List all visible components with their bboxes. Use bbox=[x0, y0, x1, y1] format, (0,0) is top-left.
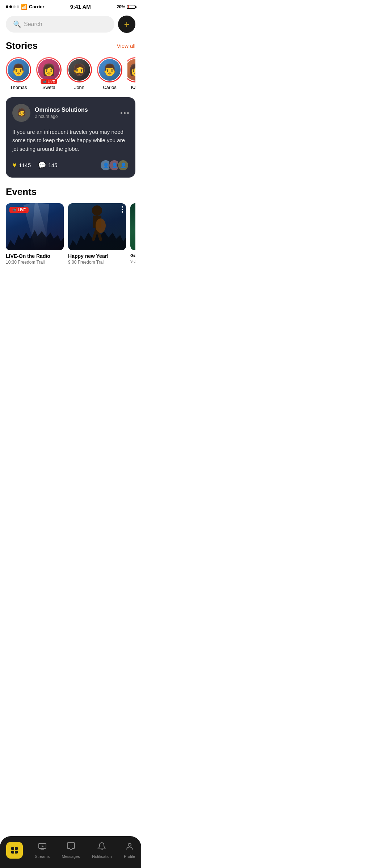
search-bar[interactable]: 🔍 Search bbox=[6, 16, 114, 33]
carrier-label: Carrier bbox=[29, 4, 45, 9]
battery-icon bbox=[127, 5, 135, 9]
search-icon: 🔍 bbox=[13, 20, 21, 28]
story-avatar-thomas: 👨 bbox=[6, 57, 31, 82]
status-time: 9:41 AM bbox=[70, 4, 91, 10]
event-title-1: LIVE-On the Radio bbox=[6, 253, 64, 259]
search-placeholder: Search bbox=[24, 21, 42, 27]
stories-list: 👨 Thomas 👩 📹 LIVE Sweta bbox=[6, 57, 135, 90]
search-section: 🔍 Search + bbox=[0, 11, 141, 37]
like-count: 1145 bbox=[19, 162, 31, 168]
post-card: 🧔 Omninos Solutions 2 hours ago If you a… bbox=[6, 97, 135, 178]
live-badge: 📹 LIVE bbox=[41, 79, 57, 84]
event-card-partial[interactable]: Google 9:00 Freed... bbox=[130, 203, 135, 265]
event-menu[interactable] bbox=[122, 206, 123, 213]
story-item[interactable]: 🧔 John bbox=[67, 57, 92, 90]
status-bar: 📶 Carrier 9:41 AM 20% bbox=[0, 0, 141, 11]
events-list: 📹 LIVE LIVE-On the Radio 10:30 Freedom T… bbox=[6, 203, 135, 265]
story-item[interactable]: 👩 Kalp bbox=[127, 57, 135, 90]
event-time-2: 9:00 Freedom Trail bbox=[68, 260, 126, 265]
event-live-badge: 📹 LIVE bbox=[9, 207, 29, 213]
wifi-icon: 📶 bbox=[21, 4, 27, 10]
events-title: Events bbox=[6, 186, 37, 197]
story-name-sweta: Sweta bbox=[42, 85, 55, 90]
post-text: If you are an infrequent traveler you ma… bbox=[12, 128, 129, 153]
signal-strength bbox=[6, 5, 19, 8]
story-avatar-kalp: 👩 bbox=[127, 57, 135, 82]
stories-section: Stories View all 👨 Thomas 👩 bbox=[0, 37, 141, 90]
story-name-john: John bbox=[74, 85, 84, 90]
heart-icon: ♥ bbox=[12, 161, 17, 169]
event-time-3: 9:00 Freed... bbox=[130, 259, 135, 263]
event-image-1: 📹 LIVE bbox=[6, 203, 64, 250]
status-left: 📶 Carrier bbox=[6, 4, 45, 10]
stories-title: Stories bbox=[6, 40, 38, 51]
event-title-3: Google bbox=[130, 253, 135, 258]
svg-point-0 bbox=[92, 205, 102, 216]
story-item[interactable]: 👩 📹 LIVE Sweta bbox=[36, 57, 62, 90]
guitarist-silhouette bbox=[83, 203, 112, 243]
events-header: Events bbox=[6, 186, 135, 197]
mini-avatar: 👤 bbox=[117, 159, 129, 171]
post-header: 🧔 Omninos Solutions 2 hours ago bbox=[12, 104, 129, 122]
status-battery: 20% bbox=[117, 4, 135, 9]
post-commenters: 👤 👤 👤 bbox=[100, 159, 129, 171]
like-button[interactable]: ♥ 1145 bbox=[12, 161, 31, 169]
story-item[interactable]: 👨 Carlos bbox=[97, 57, 122, 90]
svg-point-4 bbox=[96, 218, 106, 233]
stories-header: Stories View all bbox=[6, 40, 135, 51]
story-name-kalp: Kalp bbox=[131, 85, 135, 90]
post-author: 🧔 Omninos Solutions 2 hours ago bbox=[12, 104, 88, 122]
add-button[interactable]: + bbox=[118, 16, 135, 33]
event-card[interactable]: 📹 LIVE LIVE-On the Radio 10:30 Freedom T… bbox=[6, 203, 64, 265]
stories-view-all[interactable]: View all bbox=[117, 43, 135, 49]
post-actions: ♥ 1145 💬 145 👤 👤 👤 bbox=[12, 159, 129, 171]
story-avatar-john: 🧔 bbox=[67, 57, 92, 82]
comment-count: 145 bbox=[48, 162, 57, 168]
post-time: 2 hours ago bbox=[35, 114, 88, 119]
story-item[interactable]: 👨 Thomas bbox=[6, 57, 31, 90]
event-image-2 bbox=[68, 203, 126, 250]
battery-percent: 20% bbox=[117, 4, 125, 9]
events-section: Events 📹 LIVE LIVE-On the Radio 1 bbox=[0, 185, 141, 265]
story-avatar-carlos: 👨 bbox=[97, 57, 122, 82]
comment-icon: 💬 bbox=[38, 161, 46, 169]
event-title-2: Happy new Year! bbox=[68, 253, 126, 259]
story-avatar-sweta: 👩 📹 LIVE bbox=[36, 57, 62, 82]
event-time-1: 10:30 Freedom Trail bbox=[6, 260, 64, 265]
story-name-carlos: Carlos bbox=[103, 85, 117, 90]
event-card[interactable]: Happy new Year! 9:00 Freedom Trail bbox=[68, 203, 126, 265]
event-image-3 bbox=[130, 203, 135, 250]
post-menu-button[interactable] bbox=[121, 112, 129, 114]
story-name-thomas: Thomas bbox=[10, 85, 27, 90]
post-avatar: 🧔 bbox=[12, 104, 30, 122]
post-author-name: Omninos Solutions bbox=[35, 107, 88, 113]
comment-button[interactable]: 💬 145 bbox=[38, 161, 57, 169]
